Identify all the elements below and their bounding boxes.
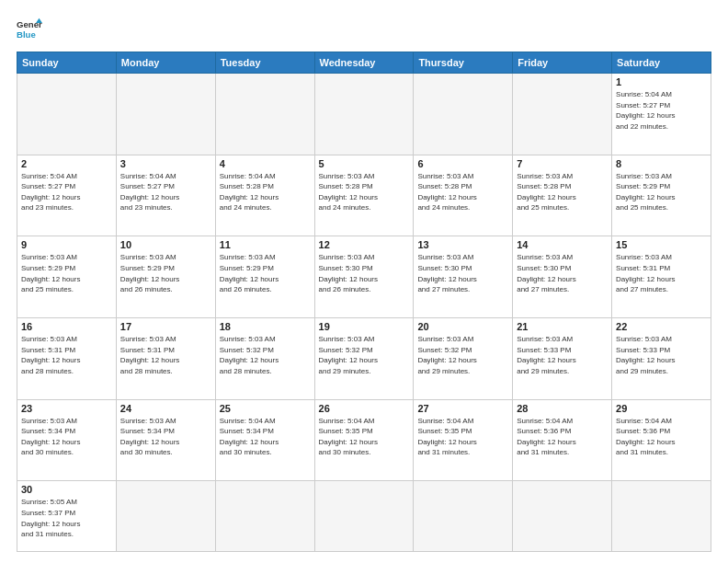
day-info: Sunrise: 5:03 AM Sunset: 5:29 PM Dayligh… [21,252,112,294]
calendar-cell: 10Sunrise: 5:03 AM Sunset: 5:29 PM Dayli… [116,236,215,318]
day-number: 13 [417,239,508,250]
calendar-cell: 2Sunrise: 5:04 AM Sunset: 5:27 PM Daylig… [17,155,117,236]
calendar-cell [215,481,314,552]
day-number: 4 [220,158,311,169]
day-info: Sunrise: 5:03 AM Sunset: 5:33 PM Dayligh… [616,334,707,376]
day-number: 15 [616,239,707,250]
calendar-week-row: 23Sunrise: 5:03 AM Sunset: 5:34 PM Dayli… [17,399,711,481]
day-number: 11 [220,239,311,250]
calendar-cell: 21Sunrise: 5:03 AM Sunset: 5:33 PM Dayli… [513,318,612,400]
day-info: Sunrise: 5:03 AM Sunset: 5:32 PM Dayligh… [319,334,410,376]
day-number: 14 [517,239,608,250]
day-number: 28 [517,403,608,414]
calendar-cell: 12Sunrise: 5:03 AM Sunset: 5:30 PM Dayli… [314,236,414,318]
calendar-cell: 9Sunrise: 5:03 AM Sunset: 5:29 PM Daylig… [17,236,117,318]
day-number: 9 [21,239,112,250]
weekday-header-row: SundayMondayTuesdayWednesdayThursdayFrid… [17,52,711,74]
day-info: Sunrise: 5:03 AM Sunset: 5:29 PM Dayligh… [616,171,707,213]
calendar-cell: 14Sunrise: 5:03 AM Sunset: 5:30 PM Dayli… [513,236,612,318]
day-info: Sunrise: 5:03 AM Sunset: 5:30 PM Dayligh… [517,252,608,294]
day-number: 27 [417,403,508,414]
day-number: 29 [616,403,707,414]
day-info: Sunrise: 5:04 AM Sunset: 5:27 PM Dayligh… [616,89,707,132]
day-info: Sunrise: 5:03 AM Sunset: 5:32 PM Dayligh… [220,334,311,376]
page: General Blue SundayMondayTuesdayWednesda… [0,0,728,563]
calendar-cell: 16Sunrise: 5:03 AM Sunset: 5:31 PM Dayli… [17,318,117,400]
weekday-header-saturday: Saturday [612,52,711,74]
weekday-header-friday: Friday [513,52,612,74]
calendar-cell: 25Sunrise: 5:04 AM Sunset: 5:34 PM Dayli… [215,399,314,481]
calendar-cell: 15Sunrise: 5:03 AM Sunset: 5:31 PM Dayli… [612,236,711,318]
calendar-cell [414,481,513,552]
day-info: Sunrise: 5:04 AM Sunset: 5:35 PM Dayligh… [319,416,410,458]
calendar-cell [612,481,711,552]
calendar-cell: 24Sunrise: 5:03 AM Sunset: 5:34 PM Dayli… [116,399,215,481]
calendar-cell [513,74,612,155]
calendar-cell: 1Sunrise: 5:04 AM Sunset: 5:27 PM Daylig… [612,74,711,155]
calendar-cell: 20Sunrise: 5:03 AM Sunset: 5:32 PM Dayli… [414,318,513,400]
day-info: Sunrise: 5:03 AM Sunset: 5:33 PM Dayligh… [517,334,608,376]
calendar-week-row: 1Sunrise: 5:04 AM Sunset: 5:27 PM Daylig… [17,74,711,155]
day-info: Sunrise: 5:03 AM Sunset: 5:28 PM Dayligh… [319,171,410,213]
logo-icon: General Blue [17,17,42,42]
weekday-header-monday: Monday [116,52,215,74]
day-number: 12 [319,239,410,250]
day-info: Sunrise: 5:04 AM Sunset: 5:34 PM Dayligh… [220,416,311,458]
day-number: 20 [417,321,508,332]
calendar-table: SundayMondayTuesdayWednesdayThursdayFrid… [17,52,711,552]
calendar-cell: 28Sunrise: 5:04 AM Sunset: 5:36 PM Dayli… [513,399,612,481]
calendar-cell: 30Sunrise: 5:05 AM Sunset: 5:37 PM Dayli… [17,481,117,552]
day-number: 5 [319,158,410,169]
day-info: Sunrise: 5:04 AM Sunset: 5:35 PM Dayligh… [417,416,508,458]
calendar-cell: 23Sunrise: 5:03 AM Sunset: 5:34 PM Dayli… [17,399,117,481]
day-info: Sunrise: 5:03 AM Sunset: 5:34 PM Dayligh… [120,416,211,458]
day-info: Sunrise: 5:03 AM Sunset: 5:29 PM Dayligh… [220,252,311,294]
day-number: 3 [120,158,211,169]
day-number: 25 [220,403,311,414]
day-info: Sunrise: 5:04 AM Sunset: 5:28 PM Dayligh… [220,171,311,213]
calendar-cell: 27Sunrise: 5:04 AM Sunset: 5:35 PM Dayli… [414,399,513,481]
day-number: 26 [319,403,410,414]
day-info: Sunrise: 5:03 AM Sunset: 5:29 PM Dayligh… [120,252,211,294]
calendar-cell: 7Sunrise: 5:03 AM Sunset: 5:28 PM Daylig… [513,155,612,236]
day-info: Sunrise: 5:04 AM Sunset: 5:27 PM Dayligh… [21,171,112,213]
calendar-cell: 11Sunrise: 5:03 AM Sunset: 5:29 PM Dayli… [215,236,314,318]
calendar-cell: 19Sunrise: 5:03 AM Sunset: 5:32 PM Dayli… [314,318,414,400]
day-info: Sunrise: 5:03 AM Sunset: 5:30 PM Dayligh… [319,252,410,294]
calendar-cell [116,481,215,552]
day-number: 8 [616,158,707,169]
calendar-cell [215,74,314,155]
day-info: Sunrise: 5:03 AM Sunset: 5:34 PM Dayligh… [21,416,112,458]
day-number: 30 [21,484,112,495]
weekday-header-sunday: Sunday [17,52,117,74]
calendar-cell [17,74,117,155]
day-info: Sunrise: 5:04 AM Sunset: 5:36 PM Dayligh… [616,416,707,458]
calendar-cell: 17Sunrise: 5:03 AM Sunset: 5:31 PM Dayli… [116,318,215,400]
calendar-cell [116,74,215,155]
calendar-cell: 18Sunrise: 5:03 AM Sunset: 5:32 PM Dayli… [215,318,314,400]
day-number: 16 [21,321,112,332]
calendar-cell [513,481,612,552]
day-info: Sunrise: 5:05 AM Sunset: 5:37 PM Dayligh… [21,497,112,539]
day-number: 21 [517,321,608,332]
calendar-week-row: 16Sunrise: 5:03 AM Sunset: 5:31 PM Dayli… [17,318,711,400]
calendar-cell: 22Sunrise: 5:03 AM Sunset: 5:33 PM Dayli… [612,318,711,400]
calendar-week-row: 30Sunrise: 5:05 AM Sunset: 5:37 PM Dayli… [17,481,711,552]
day-number: 1 [616,76,707,87]
day-info: Sunrise: 5:04 AM Sunset: 5:36 PM Dayligh… [517,416,608,458]
calendar-cell: 13Sunrise: 5:03 AM Sunset: 5:30 PM Dayli… [414,236,513,318]
weekday-header-wednesday: Wednesday [314,52,414,74]
calendar-cell: 6Sunrise: 5:03 AM Sunset: 5:28 PM Daylig… [414,155,513,236]
day-info: Sunrise: 5:03 AM Sunset: 5:31 PM Dayligh… [120,334,211,376]
day-info: Sunrise: 5:03 AM Sunset: 5:31 PM Dayligh… [616,252,707,294]
day-number: 22 [616,321,707,332]
calendar-cell: 8Sunrise: 5:03 AM Sunset: 5:29 PM Daylig… [612,155,711,236]
calendar-week-row: 2Sunrise: 5:04 AM Sunset: 5:27 PM Daylig… [17,155,711,236]
day-info: Sunrise: 5:04 AM Sunset: 5:27 PM Dayligh… [120,171,211,213]
day-number: 19 [319,321,410,332]
day-info: Sunrise: 5:03 AM Sunset: 5:32 PM Dayligh… [417,334,508,376]
calendar-cell: 4Sunrise: 5:04 AM Sunset: 5:28 PM Daylig… [215,155,314,236]
day-number: 6 [417,158,508,169]
calendar-week-row: 9Sunrise: 5:03 AM Sunset: 5:29 PM Daylig… [17,236,711,318]
day-number: 18 [220,321,311,332]
